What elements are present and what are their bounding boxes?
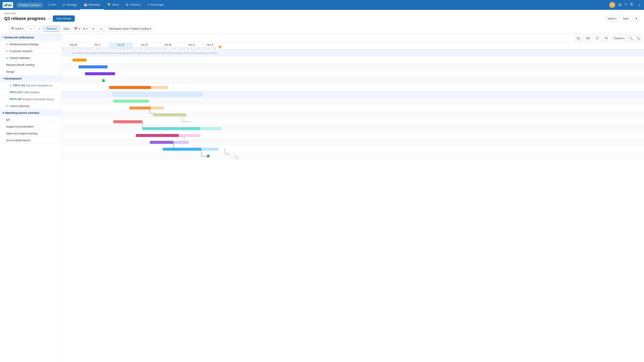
chart-row-launch-planning [62,118,644,125]
gantt-scroll[interactable]: Sep 28 W T F M T W T Oct 5 [62,43,644,362]
chart-row-marketing [62,125,644,132]
gantt-chevron-icon: ▾ [22,27,24,30]
chevron-down-icon: ▾ [40,4,40,6]
circle-settings-button[interactable]: ⊙ [98,25,105,32]
chevron-right-icon: ▶ [2,111,4,114]
chevron-down-icon: ▾ [2,36,4,39]
undo-button[interactable]: ↩ [28,25,34,32]
page-title-row: Q3 release progress ☆ Add release Views … [4,15,640,22]
tab-strategy[interactable]: ◎ Strategy [59,0,80,10]
sidebar-group-enhanced-notifications[interactable]: ▾ Enhanced notifications [0,34,62,41]
workspace-name: Fredwin Cycling [19,3,38,7]
ideas-icon: 💡 [107,3,111,6]
chart-row-support-doc [62,139,644,146]
features-icon: ⊞ [126,3,128,6]
roadmaps-icon: ≡ [148,3,149,6]
sidebar-item-qa[interactable]: QA [0,116,62,123]
gantt-dropdown-button[interactable]: 📅 Gantt ▾ [8,26,26,31]
chevron-down-icon: ▾ [2,77,4,80]
ticket-code: FWCYL-322 [10,98,22,100]
gantt-icon: 📅 [11,27,14,30]
subheader: Gantt chart Q3 release progress ☆ Add re… [0,10,644,34]
btn-fit[interactable]: Fit [602,36,610,41]
workspace-filter-chevron-icon: ⇅ [150,27,152,30]
chart-row-review-product [62,57,644,63]
avatar[interactable]: FC [609,2,615,8]
sidebar: ▾ Enhanced notifications ✔ Review produc… [0,34,62,362]
page-title: Q3 release progress [4,16,46,21]
check-icon: ✔ [6,49,8,53]
workspace-selector[interactable]: Fredwin Cycling ▾ [16,2,42,7]
check-icon: ✔ [6,56,8,60]
gantt-header: Sep 28 W T F M T W T Oct 5 [62,43,644,50]
sidebar-item-fwcyl-318[interactable]: ✔ FWCYL-318 Top-level navigation re... [0,82,62,89]
chart-row-release-kickoff [62,77,644,84]
sidebar-item-release-kickoff[interactable]: Release kickoff meeting [0,61,62,68]
gantt-area: 1Q 6M 1Y Fit Custom ▾ 🔍 🔍 Sep 28 W [62,34,644,362]
sidebar-item-feature-definition[interactable]: ✔ Feature definition [0,55,62,61]
sidebar-item-launch-planning[interactable]: ✔ Launch planning [0,103,62,110]
chart-row-development [62,91,644,98]
star-icon[interactable]: ☆ [48,16,51,20]
redo-button[interactable]: ↪ [36,25,42,32]
sidebar-item-go-to-market[interactable]: Go-to-market launch [0,137,62,144]
views-button[interactable]: Views ▾ [605,16,619,21]
chart-row-fwcyl-318 [62,98,644,105]
chart-row-fwcyl-322 [62,111,644,118]
chevron-down-icon: ▾ [623,37,624,40]
tab-ideas[interactable]: 💡 Ideas [104,0,122,10]
toolbar: 📅 Gantt ▾ ↩ ↪ Releases Epics 📅 ▾ ⚙ ▾ ▼ ⊙… [4,24,640,34]
tab-info[interactable]: ℹ Info [45,0,59,10]
sidebar-group-development[interactable]: ▾ Development [0,75,62,82]
check-icon: ✔ [10,84,12,87]
diamond-marker [218,45,222,48]
export-button[interactable]: ⬆ [633,16,640,21]
sidebar-item-support-documentation[interactable]: Support documentation [0,123,62,130]
zoom-out-button[interactable]: 🔍 [636,35,642,41]
settings-button[interactable]: ⚙ ▾ [82,25,88,32]
chart-row-fwcyl-315 [62,105,644,111]
gantt-body [62,50,644,160]
btn-1y[interactable]: 1Y [593,36,601,41]
tab-features[interactable]: ⊞ Features [122,0,144,10]
check-icon: ✔ [6,43,8,46]
chart-row-qa [62,132,644,139]
search-icon[interactable]: 🔍 [630,2,634,7]
btn-custom[interactable]: Custom ▾ [611,36,627,41]
workspace-filter[interactable]: Workspace name: Fredwin Cycling ⇅ [106,26,154,31]
chart-row-enhanced-notifications [62,50,644,57]
btn-6m[interactable]: 6M [584,36,592,41]
chart-row-design [62,84,644,91]
filter-button[interactable]: ▼ [90,25,96,32]
settings-icon[interactable]: ⚙ [618,2,622,7]
epics-filter-button[interactable]: Epics [61,26,72,31]
sidebar-item-review-product-strategy[interactable]: ✔ Review product strategy [0,41,62,48]
add-icon[interactable]: ＋ [638,2,642,7]
btn-1q[interactable]: 1Q [574,36,582,41]
chart-row-go-to-market [62,153,644,160]
ticket-code: FWCYL-315 [10,91,22,93]
sidebar-item-customer-research[interactable]: ✔ Customer research [0,48,62,55]
tab-releases[interactable]: 📅 Releases [80,0,104,10]
add-release-button[interactable]: Add release [53,15,74,22]
nav-tabs: ℹ Info ◎ Strategy 📅 Releases 💡 Ideas ⊞ F… [45,0,609,10]
sidebar-group-marketing[interactable]: ▶ Marketing launch activities [0,110,62,116]
save-button[interactable]: Save [620,16,631,21]
strategy-icon: ◎ [62,3,65,6]
logo: aha! [2,2,13,8]
chart-row-feature-definition [62,70,644,77]
sidebar-item-sales-training[interactable]: Sales and support training [0,130,62,137]
releases-filter-button[interactable]: Releases [44,26,59,31]
zoom-in-button[interactable]: 🔍 [628,35,634,41]
gantt-controls: 1Q 6M 1Y Fit Custom ▾ 🔍 🔍 [62,34,644,43]
check-icon: ✔ [6,104,8,108]
breadcrumb: Gantt chart [4,12,640,14]
sidebar-item-design[interactable]: Design [0,68,62,75]
nav-right-actions: FC ⚙ ? 🔍 ＋ [609,2,642,8]
sidebar-item-fwcyl-322[interactable]: FWCYL-322 Analysis of personal race g... [0,96,62,103]
chart-row-sales-training [62,146,644,153]
sidebar-item-fwcyl-315[interactable]: FWCYL-315 Profile updates [0,89,62,96]
tab-roadmaps[interactable]: ≡ Roadmaps [144,0,168,10]
calendar-button[interactable]: 📅 ▾ [74,25,80,32]
help-icon[interactable]: ? [625,3,627,7]
